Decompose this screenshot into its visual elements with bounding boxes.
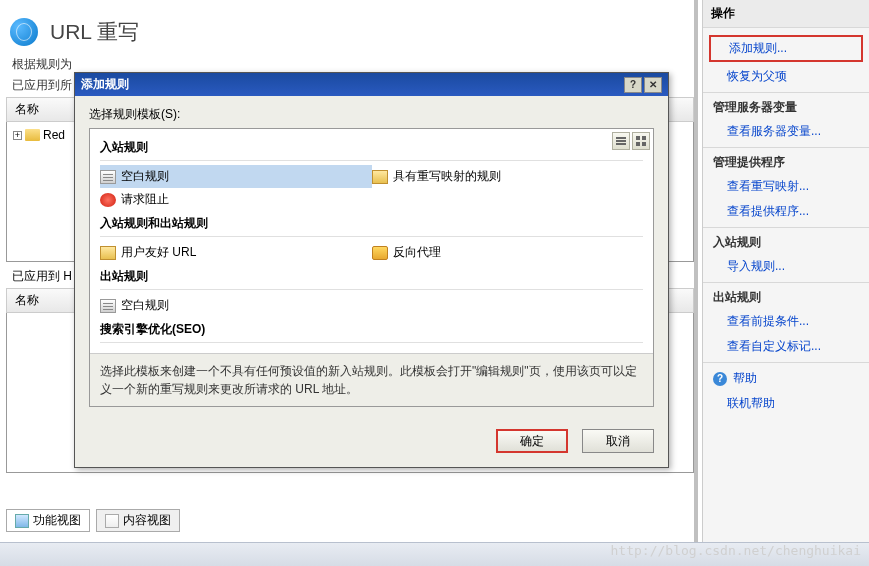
- action-view-rewrite-maps[interactable]: 查看重写映射...: [703, 174, 869, 199]
- dialog-title: 添加规则: [81, 76, 129, 93]
- watermark: http://blog.csdn.net/chenghuikai: [611, 543, 861, 558]
- ok-button[interactable]: 确定: [496, 429, 568, 453]
- rule-request-block[interactable]: 请求阻止: [100, 188, 372, 211]
- dialog-titlebar[interactable]: 添加规则 ? ✕: [75, 73, 668, 96]
- template-description: 选择此模板来创建一个不具有任何预设值的新入站规则。此模板会打开"编辑规则"页，使…: [90, 353, 653, 406]
- section-outbound-rules: 出站规则: [100, 264, 643, 290]
- rule-blank-outbound[interactable]: 空白规则: [100, 294, 372, 317]
- section-seo: 搜索引擎优化(SEO): [100, 317, 643, 343]
- view-grid-icon[interactable]: [632, 132, 650, 150]
- map-icon: [372, 170, 388, 184]
- template-label: 选择规则模板(S):: [89, 106, 654, 123]
- help-icon: ?: [713, 372, 727, 386]
- action-import-rules[interactable]: 导入规则...: [703, 254, 869, 279]
- svg-rect-5: [636, 142, 640, 146]
- actions-header: 操作: [703, 0, 869, 28]
- add-rule-dialog: 添加规则 ? ✕ 选择规则模板(S): 入站规则 空白规则: [74, 72, 669, 468]
- action-restore-parent[interactable]: 恢复为父项: [703, 64, 869, 89]
- document-icon: [100, 170, 116, 184]
- svg-rect-1: [616, 140, 626, 142]
- feature-view-icon: [15, 514, 29, 528]
- cancel-button[interactable]: 取消: [582, 429, 654, 453]
- actions-panel: 操作 添加规则... 恢复为父项 管理服务器变量 查看服务器变量... 管理提供…: [702, 0, 869, 566]
- folder-icon: [25, 129, 40, 141]
- reverse-proxy-icon: [372, 246, 388, 260]
- section-outbound: 出站规则: [703, 286, 869, 309]
- action-online-help[interactable]: 联机帮助: [703, 391, 869, 416]
- page-title: URL 重写: [50, 18, 139, 46]
- svg-rect-0: [616, 137, 626, 139]
- block-icon: [100, 193, 116, 207]
- content-view-icon: [105, 514, 119, 528]
- tree-item-label: Red: [43, 128, 65, 142]
- action-help[interactable]: ? 帮助: [703, 366, 869, 391]
- rule-reverse-proxy[interactable]: 反向代理: [372, 241, 644, 264]
- url-rewrite-icon: [10, 18, 38, 46]
- action-view-custom-tags[interactable]: 查看自定义标记...: [703, 334, 869, 359]
- action-view-preconditions[interactable]: 查看前提条件...: [703, 309, 869, 334]
- svg-rect-4: [642, 136, 646, 140]
- tab-content-view[interactable]: 内容视图: [96, 509, 180, 532]
- friendly-url-icon: [100, 246, 116, 260]
- dialog-help-button[interactable]: ?: [624, 77, 642, 93]
- section-both-rules: 入站规则和出站规则: [100, 211, 643, 237]
- section-providers: 管理提供程序: [703, 151, 869, 174]
- action-view-server-vars[interactable]: 查看服务器变量...: [703, 119, 869, 144]
- view-list-icon[interactable]: [612, 132, 630, 150]
- dialog-close-button[interactable]: ✕: [644, 77, 662, 93]
- rule-blank[interactable]: 空白规则: [100, 165, 372, 188]
- svg-rect-2: [616, 143, 626, 145]
- template-panel: 入站规则 空白规则 具有重写映射的规则 请求阻止 入站规则和出站规: [89, 128, 654, 407]
- action-add-rule[interactable]: 添加规则...: [709, 35, 863, 62]
- section-inbound-rules: 入站规则: [100, 135, 643, 161]
- svg-rect-6: [642, 142, 646, 146]
- svg-rect-3: [636, 136, 640, 140]
- rule-with-map[interactable]: 具有重写映射的规则: [372, 165, 644, 188]
- expand-icon[interactable]: +: [13, 131, 22, 140]
- section-inbound: 入站规则: [703, 231, 869, 254]
- section-server-vars: 管理服务器变量: [703, 96, 869, 119]
- rule-friendly-url[interactable]: 用户友好 URL: [100, 241, 372, 264]
- document-icon: [100, 299, 116, 313]
- tab-feature-view[interactable]: 功能视图: [6, 509, 90, 532]
- action-view-providers[interactable]: 查看提供程序...: [703, 199, 869, 224]
